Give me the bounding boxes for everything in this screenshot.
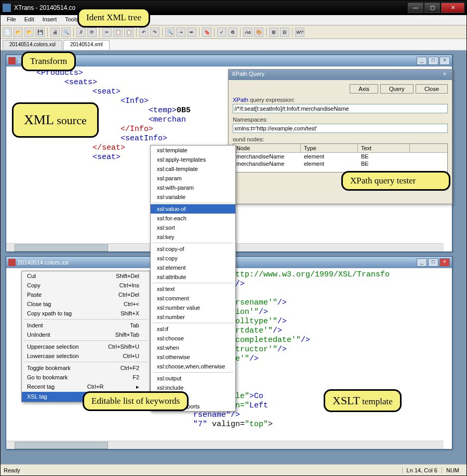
ctx-close-tag[interactable]: Close tagCtrl+< [22,299,150,309]
xsl-xsl-number value[interactable]: xsl:number value [151,303,235,312]
xml-max-button[interactable]: □ [428,57,438,65]
split-h-icon[interactable]: ⊞ [269,28,278,37]
minimize-button[interactable]: — [408,3,423,13]
ctx-unindent[interactable]: UnIndentShift+Tab [22,330,150,339]
cut-icon[interactable]: ✂ [102,28,112,37]
close-button[interactable]: ✕ [441,3,464,13]
font-icon[interactable]: Aa [243,28,252,37]
redo-icon[interactable]: ↷ [150,28,159,37]
xpath-expr-label: query expression: [250,97,295,103]
xsl-xsl-comment[interactable]: xsl:comment [151,294,235,303]
xsl-xsl-call-template[interactable]: xsl:call-template [151,164,235,174]
menu-insert[interactable]: Insert [38,15,61,25]
xsl-xsl-sort[interactable]: xsl:sort [151,223,235,232]
xsl-xsl-copy-of[interactable]: xsl:copy-of [151,244,235,254]
status-num: NUM [442,467,463,473]
xpath-axis-button[interactable]: Axis [350,84,378,94]
bookmark-icon[interactable]: 🔖 [202,28,211,37]
xsl-xsl-apply-templates[interactable]: xsl:apply-templates [151,155,235,164]
xsl-close-button[interactable]: × [439,258,450,267]
xsl-max-button[interactable]: □ [428,258,438,267]
xsl-xsl-element[interactable]: xsl:element [151,263,235,272]
ctx-paste[interactable]: PasteCtrl+Del [22,290,150,299]
xsl-xsl-template[interactable]: xsl:template [151,146,235,155]
paste-icon[interactable]: 📋 [124,28,134,37]
ctx-lowercase-selection[interactable]: Lowercase selectionCtrl+U [22,351,150,361]
ctx-recent-tag[interactable]: Recent tagCtrl+R [22,382,150,392]
ctx-uppercase-selection[interactable]: Uppercase selectionCtrl+Shift+U [22,342,150,351]
color-icon[interactable]: 🎨 [254,28,263,37]
xsl-xsl-with-param[interactable]: xsl:with-param [151,183,235,192]
xsl-scrollbar-h[interactable] [6,441,444,449]
xsl-xsl-param[interactable]: xsl:param [151,174,235,183]
xml-close-button[interactable]: × [439,57,450,65]
ctx-copy-xpath-to-tag[interactable]: Copy xpath to tagShift+X [22,309,150,318]
callout-editable: Editable list of keywords [83,391,189,411]
xsl-min-button[interactable]: _ [417,258,427,267]
xsl-submenu[interactable]: xsl:templatexsl:apply-templatesxsl:call-… [150,145,236,412]
tool2-icon[interactable]: ⟳ [87,28,97,37]
replace-icon[interactable]: ✏ [187,28,196,37]
xpath-ns-label: Namespaces: [233,116,448,123]
findnext-icon[interactable]: ⇢ [176,28,185,37]
statusbar: Ready Ln 14, Col 6 NUM [1,464,466,475]
find-icon[interactable]: 🔍 [165,28,175,37]
ctx-toggle-bookmark[interactable]: Toggle bookmarkCtrl+F2 [22,363,150,373]
tool1-icon[interactable]: // [76,28,86,37]
xsl-xsl-attribute[interactable]: xsl:attribute [151,272,235,282]
xsl-xsl-value-of[interactable]: xsl:value-of [151,204,235,214]
maximize-button[interactable]: ▢ [424,3,440,13]
copy-icon[interactable]: 📋 [113,28,123,37]
xpath-titlebar[interactable]: XPath Query × [229,70,452,80]
xpath-close-button[interactable]: Close [416,84,448,94]
xpath-result-grid[interactable]: Node Type Text merchandiseName element B… [233,143,448,173]
xsl-xsl-copy[interactable]: xsl:copy [151,254,235,263]
titlebar: XTrans - 20140514.co — ▢ ✕ [1,1,466,15]
xsl-xsl-text[interactable]: xsl:text [151,284,235,294]
xml-min-button[interactable]: _ [417,57,427,65]
save-icon[interactable]: 💾 [35,28,45,37]
validate-icon[interactable]: ✓ [217,28,226,37]
xsl-xsl-key[interactable]: xsl:key [151,232,235,242]
print-icon[interactable]: 🖨 [50,28,60,37]
tab-xsl[interactable]: 20140514.colors.xsl [3,40,62,50]
callout-ident: Ident XML tree [77,8,150,28]
help-icon[interactable]: W? [295,28,304,37]
split-v-icon[interactable]: ⊟ [280,28,289,37]
xpath-query-button[interactable]: Query [380,84,413,94]
xsl-xsl-variable[interactable]: xsl:variable [151,192,235,202]
tool3-icon[interactable]: ⚙ [228,28,237,37]
xpath-title: XPath Query [232,71,441,79]
new-icon[interactable]: 📄 [3,28,12,37]
xml-window-title: 20140514.xml [18,58,416,64]
open-icon[interactable]: 📂 [14,28,23,37]
ctx-go-to-bookmark[interactable]: Go to bookmarkF2 [22,373,150,382]
xsl-xsl-choose[interactable]: xsl:choose [151,334,235,343]
xpath-close-icon[interactable]: × [441,71,449,79]
xsl-xsl-number[interactable]: xsl:number [151,312,235,322]
ctx-cut[interactable]: CutShift+Del [22,271,150,281]
xsl-xsl-for-each[interactable]: xsl:for-each [151,214,235,223]
callout-transform: Transform [21,51,76,71]
menu-edit[interactable]: Edit [20,15,38,25]
xsl-xsl-choose-when-otherwise[interactable]: xsl:choose,when,otherwise [151,362,235,371]
col-text: Text [358,144,410,152]
xpath-ns-input[interactable] [233,124,448,133]
ctx-copy[interactable]: CopyCtrl+Ins [22,281,150,290]
xsl-xsl-otherwise[interactable]: xsl:otherwise [151,352,235,362]
undo-icon[interactable]: ↶ [139,28,149,37]
ctx-indent[interactable]: IndentTab [22,321,150,330]
xsl-xsl-output[interactable]: xsl:output [151,374,235,383]
preview-icon[interactable]: 🔍 [61,28,71,37]
xpath-expr-input[interactable] [233,104,448,113]
toolbar: 📄 📂 📂 💾 🖨 🔍 // ⟳ ✂ 📋 📋 ↶ ↷ 🔍 ⇢ ✏ 🔖 ✓ ⚙ A… [1,25,466,39]
menu-file[interactable]: File [3,15,20,25]
open2-icon[interactable]: 📂 [24,28,34,37]
status-ready: Ready [4,467,20,473]
col-type: Type [301,144,358,152]
xsl-xsl-if[interactable]: xsl:if [151,324,235,334]
tab-xml[interactable]: 20140514.xml [63,40,110,50]
xsl-xsl-when[interactable]: xsl:when [151,343,235,352]
result-row: merchandiseName element BE [233,160,447,167]
context-menu[interactable]: CutShift+DelCopyCtrl+InsPasteCtrl+DelClo… [21,271,150,402]
